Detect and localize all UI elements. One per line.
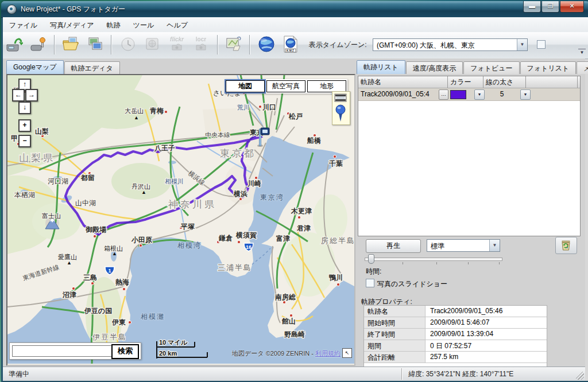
close-button[interactable]: ✕ xyxy=(560,1,584,13)
tab-right-0[interactable]: 軌跡リスト xyxy=(357,60,405,74)
menu-item-2[interactable]: 軌跡 xyxy=(100,17,127,32)
clock-sync-icon[interactable] xyxy=(118,34,138,56)
toolbar: flickr locr KMZ 表示タイムゾーン: (GMT+09:00) 大阪… xyxy=(3,32,588,59)
map-label: 平塚 xyxy=(180,223,195,231)
chevron-down-icon[interactable]: ▼ xyxy=(489,240,500,251)
map-label: 野島崎 xyxy=(284,330,305,338)
playback-slider-track[interactable] xyxy=(365,258,502,261)
map-label: 富津 xyxy=(276,235,290,243)
property-row-2: 終了時間2009/09/01 13:39:04 xyxy=(364,329,547,340)
minimize-button[interactable]: ▬ xyxy=(523,1,541,13)
map-label: 小田原 xyxy=(131,236,152,244)
map-label: 南房総 xyxy=(274,293,296,301)
column-header-2[interactable]: 線の太さ xyxy=(483,76,526,88)
time-label: 時間: xyxy=(366,267,381,276)
pan-right-button[interactable]: → xyxy=(25,89,38,102)
search-input[interactable] xyxy=(12,345,113,357)
map-label: 愛鷹山 xyxy=(58,254,77,260)
map-label: 山梨 xyxy=(35,127,49,135)
title-bar[interactable]: New Project* - GPS フォトタガー ▬ ❐ ✕ xyxy=(1,1,588,18)
map-corner-button[interactable]: ↖ xyxy=(342,348,352,358)
tab-left-0[interactable]: Googleマップ xyxy=(6,60,64,74)
svg-text:flickr: flickr xyxy=(170,36,184,42)
map-image[interactable]: ▲▲▲▲ 116 さいたま荒川川口松戸青梅大岳山瑞牆山山梨甲府山梨県中央本線東京… xyxy=(7,75,354,364)
zoom-in-button[interactable]: + xyxy=(18,119,31,132)
terms-link[interactable]: 利用規約 xyxy=(315,350,341,357)
menu-item-0[interactable]: ファイル xyxy=(3,17,44,32)
color-dropdown-button[interactable]: ▼ xyxy=(474,89,485,100)
map-label: 富士山 xyxy=(42,212,61,219)
slideshow-checkbox[interactable] xyxy=(366,279,374,287)
tab-right-4[interactable]: メディアリスト xyxy=(577,61,588,74)
app-window: New Project* - GPS フォトタガー ▬ ❐ ✕ ファイル写真/メ… xyxy=(1,1,588,382)
map-label: 丹沢山 xyxy=(131,183,150,190)
property-value: 0 日 07:52:57 xyxy=(425,340,547,351)
pan-down-button[interactable]: ↓ xyxy=(18,102,31,114)
map-label: 山中湖 xyxy=(75,199,96,207)
timezone-select[interactable]: (GMT+09:00) 大阪、札幌、東京 ▼ xyxy=(373,38,528,51)
track-color-swatch[interactable] xyxy=(450,90,466,99)
window-title: New Project* - GPS フォトタガー xyxy=(21,5,125,14)
pan-left-button[interactable]: ← xyxy=(12,89,25,102)
menu-item-3[interactable]: ツール xyxy=(127,17,161,32)
property-key: 合計距離 xyxy=(364,352,425,362)
property-row-0: 軌跡名Track2009/09/01_05:46 xyxy=(364,306,547,317)
rename-ellipsis-button[interactable]: … xyxy=(439,89,448,100)
property-key: 開始時間 xyxy=(364,317,425,328)
column-header-1[interactable]: カラー xyxy=(448,76,483,88)
map-label: 鎌倉 xyxy=(218,234,233,242)
map-type-0[interactable]: 地図 xyxy=(226,80,265,92)
tab-left-1[interactable]: 軌跡エディタ xyxy=(64,61,120,74)
playback-speed-select[interactable]: 標準 ▼ xyxy=(427,239,500,252)
chevron-down-icon[interactable]: ▼ xyxy=(517,39,527,50)
svg-text:10 マイル: 10 マイル xyxy=(159,339,188,346)
map-canvas[interactable]: ▲▲▲▲ 116 さいたま荒川川口松戸青梅大岳山瑞牆山山梨甲府山梨県中央本線東京… xyxy=(6,74,355,366)
export-photo-map-icon[interactable] xyxy=(223,34,244,56)
width-dropdown-button[interactable]: ▼ xyxy=(520,89,531,100)
map-label: 相模川 xyxy=(165,178,184,185)
map-label: 相模灘 xyxy=(141,313,165,321)
map-label: 熱海 xyxy=(115,278,129,286)
locr-upload-icon[interactable]: locr xyxy=(191,34,211,56)
search-button[interactable]: 検索 xyxy=(111,344,139,359)
resize-grip[interactable] xyxy=(576,372,584,380)
zoom-out-button[interactable]: − xyxy=(18,135,31,147)
google-earth-icon[interactable] xyxy=(256,34,277,56)
svg-text:16: 16 xyxy=(246,244,252,250)
export-kmz-icon[interactable]: KMZ xyxy=(280,34,301,56)
summer-time-checkbox[interactable] xyxy=(537,40,546,49)
playback-slider-thumb[interactable] xyxy=(368,254,374,264)
toolbar-overflow-icon[interactable]: ▼ xyxy=(578,49,586,57)
map-label: 山梨県 xyxy=(19,153,55,163)
map-label: 館山 xyxy=(281,317,296,325)
map-type-1[interactable]: 航空写真 xyxy=(266,80,305,92)
track-properties-table: 軌跡名Track2009/09/01_05:46開始時間2009/09/01 5… xyxy=(363,305,547,368)
maximize-button[interactable]: ❐ xyxy=(541,1,559,13)
tab-right-3[interactable]: フォトリスト xyxy=(520,61,577,74)
open-project-icon[interactable] xyxy=(60,34,81,56)
menu-item-4[interactable]: ヘルプ xyxy=(160,17,194,32)
media-marker-icon[interactable] xyxy=(335,94,346,102)
status-text: 準備中 xyxy=(9,369,29,379)
location-pin-icon[interactable] xyxy=(336,105,345,122)
play-button[interactable]: 再生 xyxy=(366,239,421,253)
tab-right-2[interactable]: フォトビュー xyxy=(463,61,519,74)
track-list-header: 軌跡名カラー線の太さ xyxy=(358,76,580,88)
device-settings-icon[interactable] xyxy=(28,34,48,56)
column-header-0[interactable]: 軌跡名 xyxy=(358,76,448,88)
column-header-3[interactable] xyxy=(526,76,578,88)
map-label: 船橋 xyxy=(307,137,321,145)
timezone-label: 表示タイムゾーン: xyxy=(309,40,367,50)
map-label: 伊東 xyxy=(111,318,126,326)
flickr-upload-icon[interactable]: flickr xyxy=(167,34,187,56)
playback-speed-value: 標準 xyxy=(427,240,489,251)
tab-right-1[interactable]: 速度/高度表示 xyxy=(406,61,463,74)
map-label: 房総半島 xyxy=(321,236,354,245)
import-track-device-icon[interactable] xyxy=(3,34,24,56)
track-list-row[interactable]: Track2009/09/01_05:4 … ▼ 5 ▼ xyxy=(358,88,580,101)
add-media-icon[interactable] xyxy=(85,34,106,56)
menu-item-1[interactable]: 写真/メディア xyxy=(44,17,100,32)
delete-track-button[interactable] xyxy=(555,237,577,254)
upload-service-icon[interactable] xyxy=(142,34,163,56)
map-type-2[interactable]: 地形 xyxy=(307,80,346,92)
